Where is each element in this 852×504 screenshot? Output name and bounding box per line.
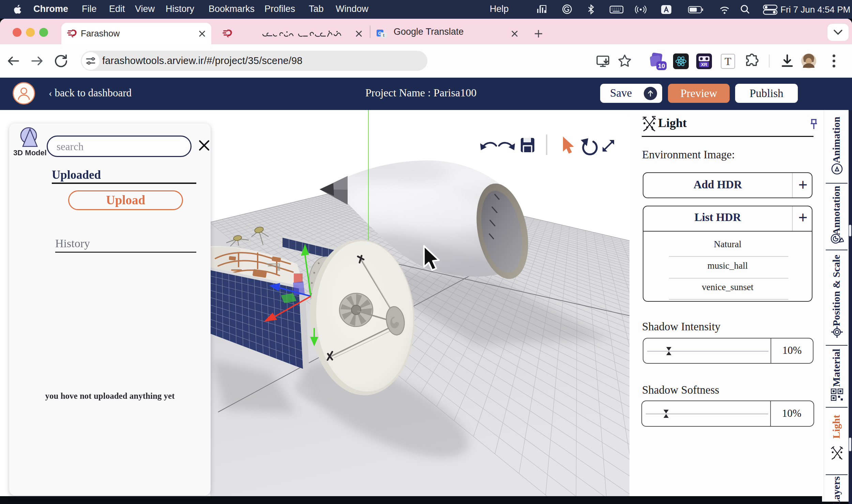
svg-text:t: t xyxy=(383,33,384,38)
svg-text:XR: XR xyxy=(701,62,708,67)
svg-text:T: T xyxy=(725,55,731,67)
svg-text:10: 10 xyxy=(658,62,665,69)
